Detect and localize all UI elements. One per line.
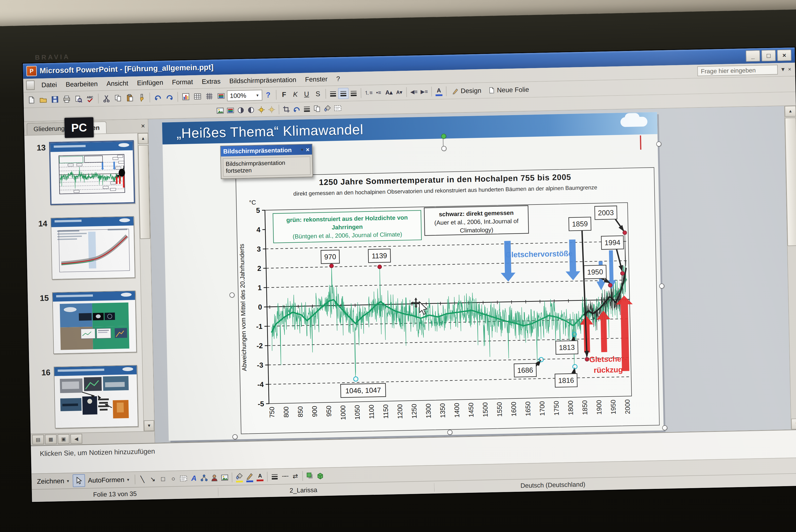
question-dropdown-icon[interactable]: ▼ [780,66,785,73]
format-painter-button[interactable] [136,91,148,104]
popup-close-icon[interactable]: × [306,146,310,153]
selection-handle-mid-left[interactable] [229,292,235,298]
dash-style-button[interactable]: ╌╌ [280,471,291,482]
menu-extras[interactable]: Extras [197,76,225,87]
show-grid-button[interactable] [203,90,216,102]
design-button[interactable]: Design [448,84,485,97]
pane-close-icon[interactable]: × [141,122,145,130]
recolor-picture-button[interactable] [322,103,333,114]
insert-picture-from-file-button[interactable] [220,472,230,483]
insert-diagram-button[interactable] [199,473,209,483]
resume-slideshow-button[interactable]: Bildschirmpräsentation fortsetzen [223,156,310,176]
selection-handle-top-right[interactable] [656,141,661,147]
italic-button[interactable]: K [290,89,301,100]
redo-button[interactable] [164,91,176,103]
paste-button[interactable] [124,92,136,104]
compress-pictures-button[interactable] [312,103,322,114]
wordart-button[interactable]: A [189,473,199,484]
slide-thumbnail-13[interactable]: 13 [31,140,139,206]
select-objects-button[interactable] [73,474,85,487]
close-button[interactable]: × [777,50,792,61]
selection-handle-bottom-center[interactable] [447,430,452,435]
scrollbar-thumb[interactable] [138,145,150,239]
print-preview-button[interactable] [73,93,85,105]
rotate-left-button[interactable] [291,103,302,115]
fill-color-button[interactable] [234,472,245,483]
menu-datei[interactable]: Datei [37,80,61,90]
slide-sorter-view-button[interactable]: ▦ [45,434,57,444]
line-style-button-2[interactable] [270,471,280,482]
underline-button[interactable]: U [301,88,313,100]
slide-thumbnail-14[interactable]: 14 [32,216,140,280]
bullet-list-button[interactable]: •≡ [373,87,384,98]
canvas-scroll-down-icon[interactable]: ▼ [791,418,796,430]
image-color-button[interactable] [225,105,236,116]
align-right-button[interactable] [349,88,359,99]
menu-format[interactable]: Format [167,77,197,87]
align-left-button[interactable] [328,88,338,99]
spelling-button[interactable] [84,93,96,105]
menu-bildschirmpraesentation[interactable]: Bildschirmpräsentation [225,75,301,86]
temperature-chart[interactable]: 1250 Jahre Sommertemperatur in den Hocha… [236,167,660,434]
draw-oval-button[interactable]: ○ [168,473,179,484]
align-center-button[interactable] [338,88,349,99]
selection-handle-top-center[interactable] [441,146,446,151]
zoom-select[interactable]: 100%▼ [227,90,262,101]
normal-view-button[interactable]: ▤ [32,435,44,444]
clip-art-button[interactable] [209,472,220,483]
text-box-button[interactable] [179,473,189,484]
draw-arrow-button[interactable]: ↘ [148,474,158,485]
less-brightness-button[interactable] [266,104,277,115]
3d-style-button[interactable] [315,470,326,481]
draw-rectangle-button[interactable]: □ [158,473,168,484]
slideshow-view-button[interactable]: ▣ [58,434,70,444]
menu-hilfe[interactable]: ? [332,74,345,84]
canvas-scroll-up-icon[interactable]: ▲ [784,106,796,117]
restore-button[interactable]: □ [761,50,776,61]
open-button[interactable] [37,94,49,106]
color-grayscale-button[interactable] [215,90,227,102]
new-document-button[interactable] [25,94,37,106]
slide-13[interactable]: „Heißes Thema“ Klimawandel Bildschirmprä… [162,112,664,441]
slide-thumbnail-16[interactable]: 16 [36,365,143,429]
insert-table-button[interactable] [192,90,204,102]
draw-menu-button[interactable]: Zeichnen▼ [34,475,73,488]
menu-einfuegen[interactable]: Einfügen [133,78,168,88]
increase-font-button[interactable]: A▴ [384,87,394,98]
shadow-style-button[interactable] [305,470,315,481]
undo-button[interactable] [152,91,164,103]
scroll-down-icon[interactable]: ▼ [144,420,154,431]
format-picture-button[interactable] [333,102,343,114]
bold-button[interactable]: F [278,89,290,101]
hscroll-left-icon[interactable]: ◀ [70,434,82,444]
text-shadow-button[interactable]: S [312,88,324,100]
question-input[interactable]: Frage hier eingeben [697,65,778,76]
menu-fenster[interactable]: Fenster [300,74,332,84]
help-button[interactable]: ? [262,89,274,101]
selection-handle-bottom-left[interactable] [232,434,238,439]
minimize-button[interactable]: _ [746,50,760,62]
crop-button[interactable] [281,104,292,115]
decrease-indent-button[interactable]: ◀≡ [409,87,419,97]
print-button[interactable] [61,93,73,106]
insert-chart-button[interactable] [180,90,192,103]
font-color-button[interactable]: A [433,86,444,97]
insert-picture-button[interactable] [215,105,225,116]
increase-indent-button[interactable]: ▶≡ [419,86,429,97]
save-button[interactable] [49,93,61,106]
selection-handle-bottom-right[interactable] [662,425,667,430]
font-color-button-2[interactable]: A [255,471,265,482]
more-brightness-button[interactable] [256,104,267,115]
slide-thumbnail-15[interactable]: 15 [34,290,142,355]
popup-dropdown-icon[interactable]: ▼ [300,148,304,152]
menubar-close-icon[interactable]: × [788,66,791,73]
selection-handle-mid-right[interactable] [659,283,664,288]
more-contrast-button[interactable] [236,105,246,116]
autoshapes-menu-button[interactable]: AutoFormen▼ [85,474,133,487]
arrow-style-button[interactable]: ⇄ [290,471,301,481]
draw-line-button[interactable]: ╲ [137,474,148,485]
decrease-font-button[interactable]: A▾ [394,87,405,98]
menu-bearbeiten[interactable]: Bearbeiten [61,79,102,89]
less-contrast-button[interactable] [246,104,256,116]
copy-button[interactable] [112,92,124,104]
